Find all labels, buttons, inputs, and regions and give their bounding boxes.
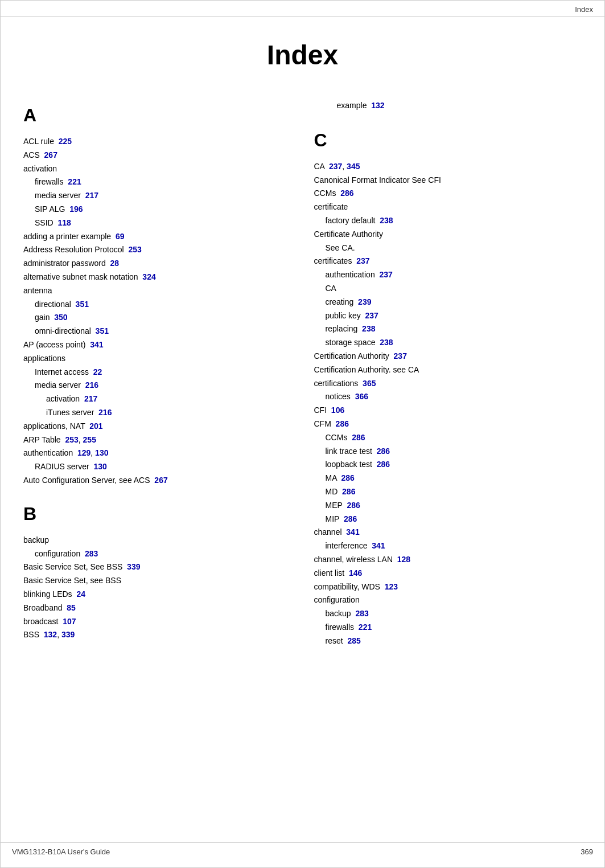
entry-certification-authority: Certification Authority 237 bbox=[314, 350, 582, 363]
entry-cfm-ma: MA 286 bbox=[314, 472, 582, 485]
entry-auto-config: Auto Configuration Server, see ACS 267 bbox=[23, 474, 291, 488]
entry-configuration-backup: backup 283 bbox=[314, 607, 582, 621]
entry-activation-ssid: SSID 118 bbox=[23, 216, 291, 230]
entry-configuration-reset: reset 285 bbox=[314, 634, 582, 648]
entry-certificates-replacing: replacing 238 bbox=[314, 322, 582, 336]
entry-certification-authority-see-ca: Certification Authority. see CA bbox=[314, 363, 582, 377]
entry-activation-firewalls: firewalls 221 bbox=[23, 175, 291, 189]
entry-backup: backup bbox=[23, 534, 291, 547]
entry-certificate-factory: factory default 238 bbox=[314, 214, 582, 228]
section-b: B backup configuration 283 Basic Service… bbox=[23, 503, 291, 642]
entry-certificate: certificate bbox=[314, 200, 582, 214]
entry-applications: applications bbox=[23, 352, 291, 366]
entry-acs: ACS 267 bbox=[23, 149, 291, 162]
entry-certificate-authority: Certificate Authority bbox=[314, 228, 582, 241]
footer-page: 369 bbox=[581, 847, 593, 856]
entry-basic-service-set-see-bss: Basic Service Set, See BSS 339 bbox=[23, 560, 291, 574]
entry-cfm-mep: MEP 286 bbox=[314, 499, 582, 513]
entry-cfm-ccms: CCMs 286 bbox=[314, 431, 582, 445]
entry-activation-media-server: media server 217 bbox=[23, 189, 291, 203]
entry-example: example 132 bbox=[314, 99, 582, 113]
entry-cfm-mip: MIP 286 bbox=[314, 513, 582, 526]
entry-channel-wireless: channel, wireless LAN 128 bbox=[314, 553, 582, 567]
entry-configuration: configuration bbox=[314, 593, 582, 607]
entry-canonical-format: Canonical Format Indicator See CFI bbox=[314, 174, 582, 187]
entry-admin-password: administrator password 28 bbox=[23, 257, 291, 271]
entry-antenna-gain: gain 350 bbox=[23, 311, 291, 325]
page-footer: VMG1312-B10A User's Guide 369 bbox=[1, 842, 604, 856]
entry-ca: CA 237, 345 bbox=[314, 160, 582, 174]
entry-certifications: certifications 365 bbox=[314, 377, 582, 391]
entry-authentication-radius: RADIUS server 130 bbox=[23, 460, 291, 474]
page-title: Index bbox=[1, 17, 604, 99]
entry-antenna-directional: directional 351 bbox=[23, 298, 291, 312]
entry-client-list: client list 146 bbox=[314, 567, 582, 580]
entry-cfm: CFM 286 bbox=[314, 417, 582, 431]
content-area: A ACL rule 225 ACS 267 activation firewa… bbox=[1, 99, 604, 664]
entry-arp-table: ARP Table 253, 255 bbox=[23, 433, 291, 447]
entry-activation-sip-alg: SIP ALG 196 bbox=[23, 203, 291, 216]
entry-adding-printer: adding a printer example 69 bbox=[23, 230, 291, 244]
entry-certificates: certificates 237 bbox=[314, 255, 582, 268]
entry-apps-media-server: media server 216 bbox=[23, 379, 291, 392]
entry-cfm-md: MD 286 bbox=[314, 485, 582, 499]
entry-applications-nat: applications, NAT 201 bbox=[23, 420, 291, 433]
entry-antenna-omni: omni-directional 351 bbox=[23, 325, 291, 338]
entry-configuration-firewalls: firewalls 221 bbox=[314, 621, 582, 634]
section-a: A ACL rule 225 ACS 267 activation firewa… bbox=[23, 105, 291, 488]
entry-certificate-authority-see-ca: See CA. bbox=[314, 241, 582, 255]
entry-certifications-notices: notices 366 bbox=[314, 390, 582, 404]
entry-bss: BSS 132, 339 bbox=[23, 628, 291, 642]
entry-certificates-ca: CA bbox=[314, 282, 582, 296]
footer-product: VMG1312-B10A User's Guide bbox=[12, 847, 110, 856]
entry-backup-configuration: configuration 283 bbox=[23, 547, 291, 561]
entry-acl-rule: ACL rule 225 bbox=[23, 135, 291, 149]
entry-certificates-public-key: public key 237 bbox=[314, 309, 582, 323]
entry-authentication: authentication 129, 130 bbox=[23, 447, 291, 460]
entry-alt-subnet: alternative subnet mask notation 324 bbox=[23, 271, 291, 284]
entry-antenna: antenna bbox=[23, 284, 291, 298]
entry-address-resolution: Address Resolution Protocol 253 bbox=[23, 243, 291, 257]
entry-certificates-creating: creating 239 bbox=[314, 296, 582, 309]
section-c-letter: C bbox=[314, 130, 582, 151]
entry-channel-interference: interference 341 bbox=[314, 539, 582, 553]
entry-broadcast: broadcast 107 bbox=[23, 615, 291, 629]
entry-cfm-loopback: loopback test 286 bbox=[314, 458, 582, 472]
entry-compatibility-wds: compatibility, WDS 123 bbox=[314, 580, 582, 594]
entry-apps-internet: Internet access 22 bbox=[23, 366, 291, 379]
section-a-letter: A bbox=[23, 105, 291, 126]
entry-certificates-auth: authentication 237 bbox=[314, 268, 582, 282]
entry-activation: activation bbox=[23, 162, 291, 176]
entry-basic-service-set-see-bss2: Basic Service Set, see BSS bbox=[23, 574, 291, 588]
entry-blinking-leds: blinking LEDs 24 bbox=[23, 588, 291, 601]
left-column: A ACL rule 225 ACS 267 activation firewa… bbox=[23, 99, 291, 664]
entry-certificates-storage: storage space 238 bbox=[314, 336, 582, 350]
entry-cfi: CFI 106 bbox=[314, 404, 582, 417]
entry-broadband: Broadband 85 bbox=[23, 601, 291, 615]
entry-apps-itunes: iTunes server 216 bbox=[23, 406, 291, 420]
page-header: Index bbox=[1, 1, 604, 17]
section-c: C CA 237, 345 Canonical Format Indicator… bbox=[314, 130, 582, 648]
header-title: Index bbox=[575, 5, 593, 14]
entry-channel: channel 341 bbox=[314, 526, 582, 539]
entry-apps-media-activation: activation 217 bbox=[23, 392, 291, 406]
right-column: example 132 C CA 237, 345 Canonical Form… bbox=[314, 99, 582, 664]
entry-ccms: CCMs 286 bbox=[314, 187, 582, 200]
section-b-letter: B bbox=[23, 503, 291, 525]
entry-ap: AP (access point) 341 bbox=[23, 338, 291, 352]
entry-cfm-link-trace: link trace test 286 bbox=[314, 445, 582, 458]
